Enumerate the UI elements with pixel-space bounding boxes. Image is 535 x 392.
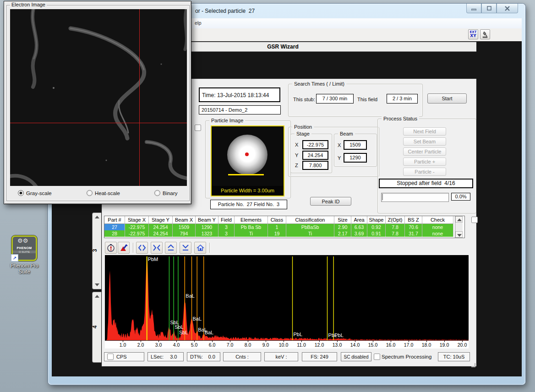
scroll-down-button[interactable] [455, 231, 463, 238]
beam-y-label: Y [338, 155, 341, 161]
particle-width-scalebar [228, 174, 264, 175]
spectrum-x-axis: 1.02.03.04.05.06.07.08.09.010.011.012.01… [105, 340, 469, 348]
particle-width-caption: Particle Width = 3.00um [212, 186, 284, 196]
axis-tick-label: 6.0 [204, 342, 220, 348]
table-header-cell[interactable]: Z(Opt) [386, 216, 405, 224]
stub-time-field[interactable]: 7 / 300 min [316, 94, 354, 103]
minimize-button[interactable] [466, 4, 481, 13]
compress-vertical-icon[interactable] [180, 242, 191, 254]
crosshair-vertical [139, 9, 140, 186]
cps-checkbox[interactable] [107, 354, 114, 360]
expand-vertical-icon[interactable] [165, 242, 177, 254]
table-header-cell[interactable]: BS Z [405, 216, 422, 224]
field-tab-3[interactable]: 3 [92, 212, 101, 289]
table-header-cell[interactable]: Field [218, 216, 235, 224]
table-header-cell[interactable]: Elements [235, 216, 268, 224]
radio-heat-scale[interactable]: Heat-scale [87, 190, 120, 196]
axis-tick-label: 15.0 [365, 342, 381, 348]
field-time-field[interactable]: 2 / 3 min [387, 94, 418, 103]
radio-gray-scale[interactable]: Gray-scale [18, 190, 52, 196]
shortcut-arrow-icon: ↗ [11, 254, 18, 261]
particle-table[interactable]: Part #Stage XStage YBeam XBeam YFieldEle… [104, 216, 465, 238]
table-option-checkbox[interactable] [471, 217, 478, 223]
peak-id-button[interactable]: Peak ID [310, 197, 351, 206]
table-cell: 70.6 [405, 224, 422, 230]
stub-time-value: 7 / 300 min [322, 96, 347, 101]
table-cell: none [422, 230, 453, 237]
element-label: BaL [186, 294, 195, 299]
close-button[interactable] [497, 4, 518, 13]
electron-image-view[interactable] [10, 9, 187, 186]
table-header-cell[interactable]: Check [422, 216, 453, 224]
table-header-cell[interactable]: Size [334, 216, 351, 224]
stage-z-field[interactable]: 7.800 [302, 161, 328, 170]
axis-tick-mark [212, 341, 213, 342]
particle-image[interactable]: Particle Width = 3.00um [211, 125, 284, 196]
progress-bar [381, 193, 449, 202]
table-header-cell[interactable]: Shape [367, 216, 386, 224]
table-header-cell[interactable]: Class [268, 216, 286, 224]
beam-x-field[interactable]: 1509 [344, 140, 367, 150]
table-scrollbar[interactable] [455, 216, 463, 238]
maximize-button[interactable] [481, 4, 497, 13]
table-header-cell[interactable]: Stage X [125, 216, 149, 224]
cnts-box: Cnts : [223, 352, 261, 361]
menu-help[interactable]: elp [195, 20, 202, 26]
close-icon [505, 6, 510, 11]
electron-image-group-title: Electron Image [10, 2, 47, 7]
spectrum-peak-labels: PbMSbLSbLSbLBaLBaLBaLBaLPbLPbLPbL [105, 255, 469, 340]
process-next-field-button[interactable]: Next Field [403, 127, 446, 136]
radio-dot-icon [87, 190, 93, 196]
process-center-particle-button[interactable]: Center Particle [403, 147, 446, 156]
home-icon[interactable] [194, 242, 206, 254]
table-header-cell[interactable]: Beam Y [196, 216, 218, 224]
element-label: BaL [193, 316, 202, 321]
axis-tick-mark [462, 341, 463, 342]
time-field[interactable]: Time: 13-Jul-2015 18:13:44 [199, 87, 280, 102]
table-row[interactable]: 28-22.97524.25479413233Ti19Ti2.173.690.9… [104, 230, 464, 237]
table-header-cell[interactable]: Part # [104, 216, 125, 224]
beam-y-field[interactable]: 1290 [344, 153, 367, 163]
minimize-icon [471, 6, 476, 11]
field-tab-3-label: 3 [92, 249, 98, 252]
crosshair-horizontal [10, 123, 187, 123]
microscope-button[interactable] [480, 29, 490, 39]
spectrum-processing-checkbox[interactable] [374, 354, 380, 360]
sc-disabled-button[interactable]: SC disabled [341, 352, 371, 361]
table-header-cell[interactable]: Classification [286, 216, 334, 224]
element-label: PbL [294, 332, 303, 337]
dt-box: DT%: 0.0 [187, 352, 220, 361]
peak-label-icon[interactable] [118, 242, 130, 254]
axis-tick-label: 13.0 [329, 342, 345, 348]
table-header-cell[interactable]: Stage Y [149, 216, 173, 224]
scroll-up-button[interactable] [455, 216, 463, 223]
axis-tick-label: 10.0 [276, 342, 291, 348]
axis-tick-mark [248, 341, 248, 342]
resize-grip[interactable] [471, 363, 475, 367]
expand-horizontal-icon[interactable] [136, 242, 148, 254]
ext-xy-button[interactable]: EXT XY [468, 29, 478, 39]
stage-x-field[interactable]: -22.975 [302, 140, 328, 149]
start-button[interactable]: Start [427, 93, 467, 103]
table-header-cell[interactable]: Area [351, 216, 367, 224]
field-tab-4[interactable]: 4 [92, 292, 101, 363]
process-particle-button[interactable]: Particle - [403, 168, 446, 176]
timer-alert-icon[interactable] [105, 242, 117, 254]
desktop-icon-phenom[interactable]: ⚙⚙ PHENOM O SUITE ↗ Phenom Pro Suite [5, 235, 44, 275]
particle-image-checkbox[interactable] [195, 125, 201, 131]
dataset-field[interactable]: 20150714 - Demo_2 [199, 105, 281, 114]
radio-binary[interactable]: Binary [154, 190, 178, 196]
process-particle-+-button[interactable]: Particle + [403, 158, 446, 166]
table-header-cell[interactable]: Beam X [173, 216, 196, 224]
axis-tick-label: 20.0 [454, 342, 470, 348]
axis-tick-label: 14.0 [347, 342, 363, 348]
spectrum-plot[interactable]: PbMSbLSbLSbLBaLBaLBaLBaLPbLPbLPbL [105, 255, 469, 340]
lsec-value: 3.0 [170, 354, 177, 359]
table-cell: 1290 [196, 224, 218, 230]
compress-horizontal-icon[interactable] [151, 242, 163, 254]
axis-tick-mark [373, 341, 373, 342]
table-row[interactable]: 27-22.97524.254150912903Pb Ba Sb1PbBaSb2… [104, 224, 464, 230]
table-cell: Ti [286, 230, 334, 237]
process-set-beam-button[interactable]: Set Beam [403, 137, 446, 146]
stage-y-field[interactable]: 24.254 [302, 151, 328, 160]
